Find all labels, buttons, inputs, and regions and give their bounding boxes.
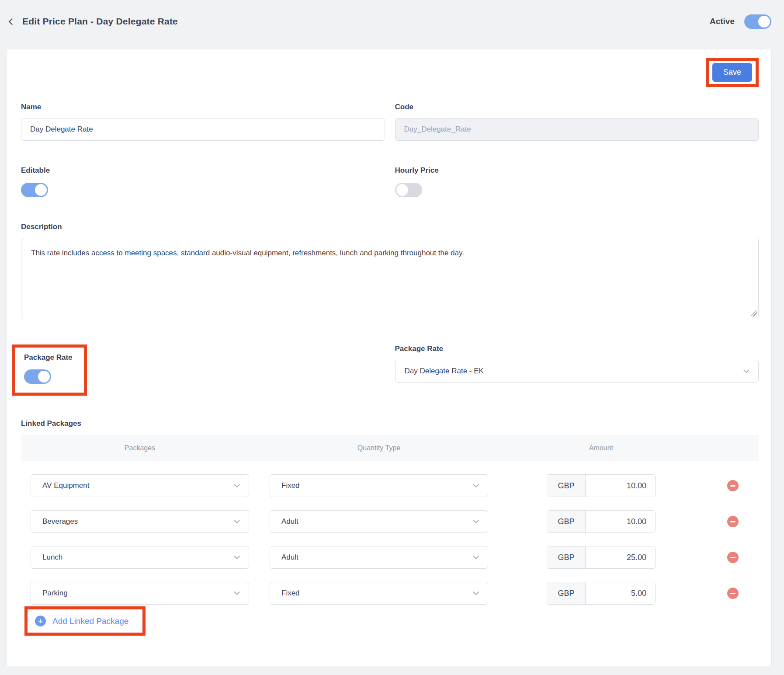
quantity-type-select[interactable]: Fixed (270, 582, 488, 605)
package-rate-select[interactable]: Day Delegate Rate - EK (395, 360, 759, 383)
active-label: Active (710, 17, 735, 26)
back-icon[interactable] (9, 18, 16, 25)
currency-prefix: GBP (547, 582, 586, 604)
amount-group: GBP (547, 474, 656, 497)
package-rate-select-group: Package Rate Day Delegate Rate - EK (395, 344, 759, 396)
amount-input[interactable] (586, 475, 655, 497)
column-header-packages: Packages (31, 444, 249, 452)
amount-input[interactable] (586, 582, 655, 604)
chevron-down-icon (234, 517, 240, 523)
quantity-type-select-value: Fixed (281, 589, 300, 598)
hourly-price-toggle[interactable] (395, 183, 422, 197)
toggle-knob (758, 16, 770, 28)
chevron-down-icon (473, 517, 479, 523)
save-button[interactable]: Save (712, 63, 752, 82)
quantity-type-select[interactable]: Adult (270, 510, 488, 533)
save-row: Save (21, 58, 759, 87)
description-textarea[interactable]: This rate includes access to meeting spa… (21, 238, 759, 319)
linked-packages-title: Linked Packages (21, 419, 759, 428)
amount-group: GBP (547, 510, 656, 533)
editable-toggle[interactable] (21, 183, 48, 197)
linked-packages-header-row: Packages Quantity Type Amount (21, 435, 759, 461)
quantity-type-select-value: Adult (281, 553, 298, 562)
active-toggle[interactable] (744, 14, 771, 29)
amount-input[interactable] (586, 546, 655, 568)
package-select-value: Lunch (42, 553, 62, 562)
name-input[interactable] (21, 118, 385, 141)
package-select[interactable]: Parking (31, 582, 249, 605)
description-textarea-wrap: This rate includes access to meeting spa… (21, 238, 759, 319)
package-select-value: Beverages (42, 517, 78, 526)
package-rate-toggle-cell: Package Rate (21, 344, 385, 396)
chevron-down-icon (234, 553, 240, 559)
code-input (395, 118, 759, 141)
column-header-quantity-type: Quantity Type (270, 444, 488, 452)
minus-icon (730, 557, 735, 558)
package-select-value: Parking (42, 589, 68, 598)
header-left: Edit Price Plan - Day Delegate Rate (10, 16, 178, 27)
chevron-down-icon (234, 481, 240, 487)
resize-handle-icon[interactable] (751, 310, 757, 317)
chevron-down-icon (234, 589, 240, 595)
page-header: Edit Price Plan - Day Delegate Rate Acti… (0, 0, 784, 49)
description-field-group: Description This rate includes access to… (21, 223, 759, 319)
remove-linked-package-button[interactable] (727, 516, 739, 527)
plus-icon: + (35, 616, 46, 626)
toggle-knob (396, 184, 408, 196)
amount-group: GBP (547, 546, 656, 569)
remove-linked-package-button[interactable] (727, 588, 739, 599)
editable-toggle-group: Editable (21, 166, 385, 197)
amount-input[interactable] (586, 511, 655, 532)
currency-prefix: GBP (547, 511, 586, 532)
linked-package-row: Beverages Adult GBP (21, 510, 759, 533)
package-select-value: AV Equipment (42, 481, 89, 490)
add-linked-package-label: Add Linked Package (52, 616, 128, 626)
hourly-price-toggle-group: Hourly Price (395, 166, 759, 197)
quantity-type-select-value: Adult (281, 517, 298, 526)
column-header-amount: Amount (547, 444, 656, 452)
linked-package-row: AV Equipment Fixed GBP (21, 474, 759, 497)
hourly-price-label: Hourly Price (395, 166, 759, 175)
chevron-down-icon (473, 553, 479, 559)
package-rate-toggle-label: Package Rate (24, 353, 73, 362)
header-right: Active (710, 14, 771, 29)
quantity-type-select[interactable]: Adult (270, 546, 488, 569)
package-rate-toggle[interactable] (24, 369, 51, 384)
quantity-type-select-value: Fixed (281, 481, 300, 490)
linked-package-row: Lunch Adult GBP (21, 546, 759, 569)
code-label: Code (395, 103, 759, 111)
form-grid: Name Code Editable Hourly Price Descript… (21, 103, 759, 396)
chevron-down-icon (743, 367, 749, 373)
description-label: Description (21, 223, 759, 231)
edit-price-plan-card: Save Name Code Editable Hourly Price Des… (6, 49, 772, 666)
package-rate-select-label: Package Rate (395, 344, 759, 353)
add-linked-package-button[interactable]: + Add Linked Package (35, 616, 128, 626)
name-field-group: Name (21, 103, 385, 141)
minus-icon (730, 593, 735, 594)
currency-prefix: GBP (547, 475, 586, 497)
page-title: Edit Price Plan - Day Delegate Rate (22, 16, 178, 27)
code-field-group: Code (395, 103, 759, 141)
package-select[interactable]: AV Equipment (31, 474, 249, 497)
remove-linked-package-button[interactable] (727, 552, 739, 563)
toggle-knob (38, 371, 50, 383)
chevron-down-icon (473, 481, 479, 487)
minus-icon (730, 485, 735, 487)
amount-group: GBP (547, 582, 656, 605)
save-annotation-highlight: Save (706, 58, 759, 87)
add-linked-package-annotation-highlight: + Add Linked Package (24, 606, 146, 636)
package-rate-annotation-highlight: Package Rate (12, 344, 87, 396)
package-rate-select-value: Day Delegate Rate - EK (405, 367, 484, 376)
chevron-down-icon (473, 589, 479, 595)
quantity-type-select[interactable]: Fixed (270, 474, 488, 497)
toggle-knob (35, 184, 47, 196)
linked-package-row: Parking Fixed GBP (21, 582, 759, 605)
editable-label: Editable (21, 166, 385, 175)
minus-icon (730, 521, 735, 522)
remove-linked-package-button[interactable] (727, 480, 739, 491)
linked-packages-section: Linked Packages Packages Quantity Type A… (21, 419, 759, 636)
currency-prefix: GBP (547, 546, 586, 568)
package-select[interactable]: Beverages (31, 510, 249, 533)
package-select[interactable]: Lunch (31, 546, 249, 569)
name-label: Name (21, 103, 385, 111)
